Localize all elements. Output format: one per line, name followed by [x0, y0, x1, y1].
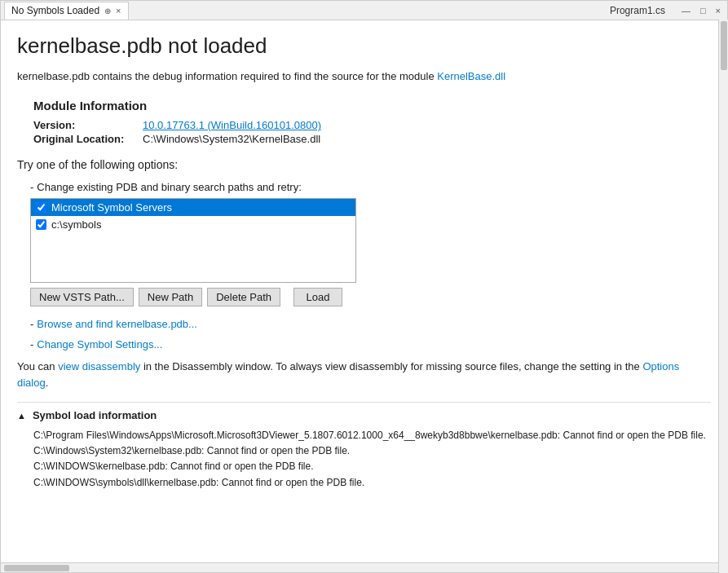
option1-block: - Change existing PDB and binary search … — [30, 181, 711, 306]
location-value: C:\Windows\System32\KernelBase.dll — [143, 133, 320, 145]
window-controls: Program1.cs — □ × — [607, 5, 724, 16]
close-btn[interactable]: × — [713, 6, 724, 15]
delete-path-button[interactable]: Delete Path — [207, 288, 280, 306]
view-disassembly-link[interactable]: view disassembly — [58, 360, 140, 372]
path-label-microsoft: Microsoft Symbol Servers — [51, 201, 172, 214]
version-label: Version: — [33, 119, 139, 131]
version-value[interactable]: 10.0.17763.1 (WinBuild.160101.0800) — [143, 119, 321, 131]
log-line-3: C:\WINDOWS\kernelbase.pdb: Cannot find o… — [33, 459, 711, 474]
inline-mid: in the Disassembly window. To always vie… — [140, 360, 642, 372]
path-item-csymbols[interactable]: c:\symbols — [31, 216, 355, 233]
tab-no-symbols[interactable]: No Symbols Loaded ⊕ × — [4, 2, 129, 20]
restore-btn[interactable]: □ — [697, 6, 709, 15]
paths-list: Microsoft Symbol Servers c:\symbols — [30, 198, 356, 283]
location-row: Original Location: C:\Windows\System32\K… — [33, 133, 711, 145]
kernelbase-link[interactable]: KernelBase.dll — [437, 70, 505, 82]
log-line-1: C:\Program Files\WindowsApps\Microsoft.M… — [33, 428, 711, 443]
buttons-row: New VSTS Path... New Path Delete Path Lo… — [30, 288, 711, 306]
new-vsts-path-button[interactable]: New VSTS Path... — [30, 288, 134, 306]
option2-dash: - — [30, 318, 33, 330]
symbol-section-label: Symbol load information — [33, 409, 157, 421]
new-path-button[interactable]: New Path — [139, 288, 202, 306]
tab-close-icon[interactable]: × — [116, 6, 121, 15]
path-item-microsoft[interactable]: Microsoft Symbol Servers — [31, 199, 355, 216]
symbol-header: ▲ Symbol load information — [17, 409, 711, 421]
minimize-btn[interactable]: — — [678, 6, 694, 15]
description-text: kernelbase.pdb contains the debug inform… — [17, 70, 437, 82]
module-information: Module Information Version: 10.0.17763.1… — [33, 99, 711, 145]
tab-pin-icon[interactable]: ⊕ — [104, 7, 111, 15]
option1-text: Change existing PDB and binary search pa… — [37, 181, 301, 193]
horizontal-scrollbar[interactable] — [1, 562, 727, 572]
change-symbol-settings-link[interactable]: Change Symbol Settings... — [37, 338, 162, 350]
options-title: Try one of the following options: — [17, 158, 711, 171]
symbol-section: ▲ Symbol load information C:\Program Fil… — [17, 402, 711, 491]
log-line-2: C:\Windows\System32\kernelbase.pdb: Cann… — [33, 443, 711, 459]
browse-find-link[interactable]: Browse and find kernelbase.pdb... — [37, 318, 197, 330]
option3-block: - Change Symbol Settings... — [30, 338, 711, 350]
paths-empty-area — [31, 233, 355, 282]
chevron-icon[interactable]: ▲ — [17, 411, 26, 421]
location-label: Original Location: — [33, 133, 139, 145]
load-button[interactable]: Load — [293, 288, 342, 306]
page-title: kernelbase.pdb not loaded — [17, 33, 711, 59]
title-bar: No Symbols Loaded ⊕ × Program1.cs — □ × — [1, 1, 727, 20]
path-label-csymbols: c:\symbols — [51, 218, 101, 231]
symbol-logs: C:\Program Files\WindowsApps\Microsoft.M… — [33, 428, 711, 491]
path-checkbox-microsoft[interactable] — [36, 202, 46, 213]
module-section-title: Module Information — [33, 99, 711, 112]
tab-label: No Symbols Loaded — [11, 5, 99, 16]
log-line-4: C:\WINDOWS\symbols\dll\kernelbase.pdb: C… — [33, 475, 711, 491]
scrollbar-thumb — [4, 565, 69, 571]
filename-label: Program1.cs — [607, 5, 668, 16]
option2-block: - Browse and find kernelbase.pdb... — [30, 318, 711, 330]
option1-dash: - — [30, 181, 33, 193]
option3-dash: - — [30, 338, 33, 350]
version-row: Version: 10.0.17763.1 (WinBuild.160101.0… — [33, 119, 711, 131]
option1-header: - Change existing PDB and binary search … — [30, 181, 711, 193]
vertical-scrollbar[interactable] — [718, 20, 728, 573]
inline-text: You can view disassembly in the Disassem… — [17, 359, 711, 390]
path-checkbox-csymbols[interactable] — [36, 219, 46, 230]
description: kernelbase.pdb contains the debug inform… — [17, 70, 711, 82]
vscroll-thumb — [721, 21, 727, 70]
inline-prefix: You can — [17, 360, 58, 372]
inline-end: . — [46, 377, 49, 389]
content-area: kernelbase.pdb not loaded kernelbase.pdb… — [1, 20, 727, 562]
